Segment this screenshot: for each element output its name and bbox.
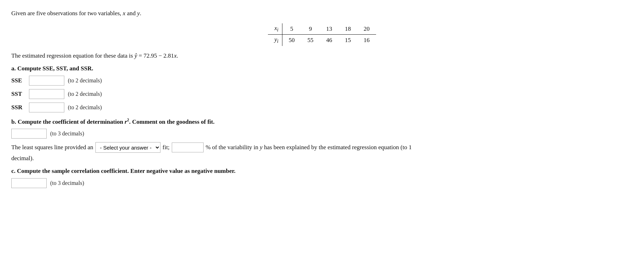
sse-decimal-hint: (to 2 decimals): [68, 77, 102, 84]
part-a-label: a. Compute SSE, SST, and SSR.: [11, 65, 633, 72]
observations-table: xi 5 9 13 18 20 yi 50 55 46 15 16: [268, 23, 376, 46]
sst-row: SST (to 2 decimals): [11, 89, 633, 99]
corr-decimal-hint: (to 3 decimals): [50, 180, 84, 186]
ssr-decimal-hint: (to 2 decimals): [68, 104, 102, 111]
yi-val-3: 46: [320, 35, 339, 46]
correlation-input[interactable]: [11, 178, 47, 188]
ssr-input[interactable]: [29, 103, 64, 112]
var-y: y: [137, 10, 140, 17]
r2-input[interactable]: [11, 129, 47, 139]
lsq-row: The least squares line provided an - Sel…: [11, 142, 633, 153]
yi-val-4: 15: [339, 35, 357, 46]
lsq-prefix-text: The least squares line provided an: [11, 144, 93, 151]
r2-input-row: (to 3 decimals): [11, 129, 633, 139]
part-b-section: b. Compute the coefficient of determinat…: [11, 117, 633, 162]
percent-input[interactable]: [172, 142, 204, 152]
corr-input-row: (to 3 decimals): [11, 178, 633, 188]
xi-val-2: 9: [301, 23, 320, 35]
decimal-note: decimal).: [11, 155, 633, 162]
data-table-section: xi 5 9 13 18 20 yi 50 55 46 15 16: [11, 23, 633, 46]
part-c-label: c. Compute the sample correlation coeffi…: [11, 168, 633, 175]
fit-text: fit;: [163, 144, 170, 151]
xi-val-4: 18: [339, 23, 357, 35]
fit-quality-select[interactable]: - Select your answer - excellent good po…: [95, 142, 160, 153]
equation-line: The estimated regression equation for th…: [11, 52, 633, 59]
yi-val-2: 55: [301, 35, 320, 46]
part-b-label: b. Compute the coefficient of determinat…: [11, 117, 633, 126]
part-c-section: c. Compute the sample correlation coeffi…: [11, 168, 633, 188]
var-x: x: [123, 10, 125, 17]
ssr-label: SSR: [11, 104, 25, 111]
yi-label: yi: [268, 35, 282, 46]
xi-val-5: 20: [357, 23, 376, 35]
intro-paragraph: Given are five observations for two vari…: [11, 10, 633, 17]
sst-input[interactable]: [29, 89, 64, 99]
sse-row: SSE (to 2 decimals): [11, 76, 633, 86]
percent-suffix-text: % of the variability in y has been expla…: [206, 144, 412, 151]
xi-label: xi: [268, 23, 282, 35]
sst-decimal-hint: (to 2 decimals): [68, 91, 102, 97]
yi-val-5: 16: [357, 35, 376, 46]
xi-val-3: 13: [320, 23, 339, 35]
xi-val-1: 5: [282, 23, 301, 35]
sst-label: SST: [11, 91, 25, 98]
sse-label: SSE: [11, 77, 25, 84]
r2-decimal-hint: (to 3 decimals): [50, 130, 84, 137]
ssr-row: SSR (to 2 decimals): [11, 103, 633, 112]
yi-val-1: 50: [282, 35, 301, 46]
sse-input[interactable]: [29, 76, 64, 86]
